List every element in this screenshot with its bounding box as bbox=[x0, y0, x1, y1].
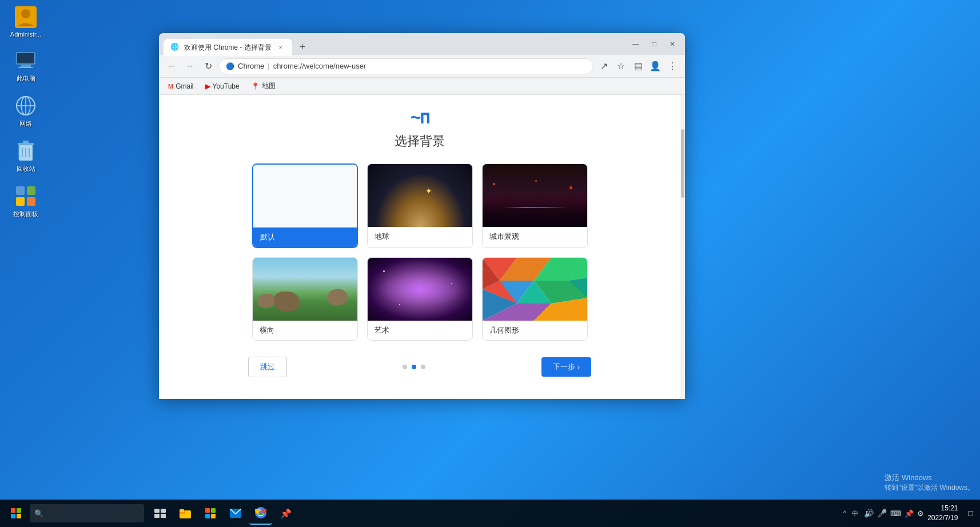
svg-rect-12 bbox=[23, 141, 29, 143]
dot-2 bbox=[412, 365, 416, 369]
taskbar-item-mail[interactable] bbox=[224, 502, 247, 525]
sidebar-button[interactable]: ▤ bbox=[630, 58, 646, 74]
bg-preview-city bbox=[483, 164, 588, 227]
desktop-icon-administrator[interactable]: Administr... bbox=[6, 6, 46, 38]
profile-button[interactable]: 👤 bbox=[647, 58, 663, 74]
chrome-close-button[interactable]: ✕ bbox=[664, 38, 680, 50]
taskbar-item-file-explorer[interactable] bbox=[174, 502, 197, 525]
svg-rect-42 bbox=[180, 509, 184, 512]
bg-preview-art bbox=[368, 258, 473, 321]
bookmark-gmail[interactable]: M Gmail bbox=[164, 81, 198, 91]
page-logo: ~ᴨ bbox=[411, 106, 429, 128]
control-panel-label: 控制面板 bbox=[13, 210, 38, 218]
chrome-new-tab-button[interactable]: + bbox=[294, 39, 310, 55]
network-icon bbox=[14, 94, 37, 117]
desktop-icon-network[interactable]: 网络 bbox=[6, 94, 46, 128]
taskbar-tray: ^ 中 🔊 🎤 ⌨ 📌 ⚙ 15:21 2022/7/19 □ bbox=[843, 504, 976, 523]
chrome-tab-close-button[interactable]: × bbox=[276, 43, 285, 52]
svg-rect-39 bbox=[161, 514, 166, 518]
taskbar-search[interactable]: 🔍 bbox=[30, 504, 144, 522]
chrome-titlebar: 🌐 欢迎使用 Chrome - 选择背景 × + — □ ✕ bbox=[159, 33, 685, 55]
desktop-icons: Administr... 此电脑 bbox=[6, 6, 46, 218]
site-security-icon: 🔵 bbox=[226, 62, 234, 70]
taskbar-item-pin[interactable]: 📌 bbox=[274, 502, 297, 525]
tray-mic-icon[interactable]: 🎤 bbox=[877, 509, 887, 518]
windows-activate-notice: 激活 Windows 转到"设置"以激活 Windows。 bbox=[885, 473, 974, 493]
toolbar-actions: ↗ ☆ ▤ 👤 ⋮ bbox=[596, 58, 680, 74]
bg-label-city: 城市景观 bbox=[483, 227, 587, 246]
administrator-icon bbox=[14, 6, 37, 29]
bg-card-earth[interactable]: 地球 bbox=[367, 163, 473, 248]
svg-rect-44 bbox=[211, 508, 216, 513]
dot-3 bbox=[421, 365, 425, 369]
gmail-label: Gmail bbox=[176, 82, 193, 90]
dot-1 bbox=[403, 365, 407, 369]
youtube-icon: ▶ bbox=[205, 82, 210, 90]
tray-ime-indicator[interactable]: 中 bbox=[850, 509, 861, 518]
desktop-icon-recycle-bin[interactable]: 回收站 bbox=[6, 139, 46, 173]
svg-rect-38 bbox=[154, 514, 160, 518]
taskbar-item-task-view[interactable] bbox=[149, 502, 172, 525]
svg-rect-17 bbox=[27, 186, 35, 195]
bookmark-youtube[interactable]: ▶ YouTube bbox=[201, 81, 244, 91]
tray-chevron[interactable]: ^ bbox=[843, 509, 847, 517]
desktop: Administr... 此电脑 bbox=[0, 0, 980, 527]
bg-card-art[interactable]: 艺术 bbox=[367, 257, 473, 341]
tray-settings-icon[interactable]: ⚙ bbox=[917, 509, 924, 518]
desktop-icon-control-panel[interactable]: 控制面板 bbox=[6, 185, 46, 218]
chrome-tab-title: 欢迎使用 Chrome - 选择背景 bbox=[184, 43, 272, 53]
control-panel-icon bbox=[14, 185, 37, 207]
bg-card-city[interactable]: 城市景观 bbox=[482, 163, 588, 248]
next-button[interactable]: 下一步 › bbox=[541, 357, 591, 377]
bg-card-geometry[interactable]: 几何图形 bbox=[482, 257, 588, 341]
reload-button[interactable]: ↻ bbox=[200, 58, 216, 74]
svg-rect-37 bbox=[161, 509, 166, 513]
taskbar-clock[interactable]: 15:21 2022/7/19 bbox=[927, 504, 958, 523]
address-bar[interactable]: 🔵 Chrome | chrome://welcome/new-user bbox=[218, 58, 593, 74]
svg-rect-4 bbox=[21, 65, 31, 67]
network-label: 网络 bbox=[19, 119, 32, 128]
chrome-toolbar: ← → ↻ 🔵 Chrome | chrome://welcome/new-us… bbox=[159, 55, 685, 78]
share-button[interactable]: ↗ bbox=[596, 58, 612, 74]
svg-rect-18 bbox=[16, 197, 25, 206]
tray-pin2-icon[interactable]: 📌 bbox=[905, 509, 914, 518]
svg-rect-5 bbox=[18, 67, 33, 68]
skip-button[interactable]: 跳过 bbox=[248, 357, 287, 377]
this-pc-icon bbox=[14, 49, 37, 72]
bookmark-button[interactable]: ☆ bbox=[613, 58, 629, 74]
start-button[interactable] bbox=[5, 502, 27, 525]
bookmarks-bar: M Gmail ▶ YouTube 📍 地图 bbox=[159, 78, 685, 95]
search-icon: 🔍 bbox=[34, 509, 43, 518]
address-separator: | bbox=[268, 62, 269, 70]
page-scrollbar[interactable] bbox=[680, 95, 685, 399]
scrollbar-thumb[interactable] bbox=[681, 129, 684, 198]
taskbar-item-store[interactable] bbox=[199, 502, 222, 525]
maps-icon: 📍 bbox=[251, 82, 260, 90]
activate-line2: 转到"设置"以激活 Windows。 bbox=[885, 483, 974, 493]
bookmark-maps[interactable]: 📍 地图 bbox=[246, 80, 280, 92]
menu-button[interactable]: ⋮ bbox=[664, 58, 680, 74]
bg-label-default: 默认 bbox=[253, 227, 357, 247]
chrome-minimize-button[interactable]: — bbox=[628, 38, 644, 50]
bg-card-landscape[interactable]: 横向 bbox=[252, 257, 358, 341]
back-button[interactable]: ← bbox=[164, 58, 180, 74]
notification-button[interactable]: □ bbox=[966, 509, 975, 518]
tray-keyboard-icon[interactable]: ⌨ bbox=[890, 509, 901, 518]
svg-rect-34 bbox=[11, 514, 15, 518]
recycle-bin-icon bbox=[14, 139, 37, 162]
chrome-maximize-button[interactable]: □ bbox=[646, 38, 662, 50]
recycle-bin-label: 回收站 bbox=[17, 165, 35, 173]
address-bar-url: chrome://welcome/new-user bbox=[273, 62, 366, 70]
svg-rect-3 bbox=[17, 53, 34, 63]
chrome-tab-active[interactable]: 🌐 欢迎使用 Chrome - 选择背景 × bbox=[164, 39, 292, 56]
desktop-icon-this-pc[interactable]: 此电脑 bbox=[6, 49, 46, 83]
taskbar-item-chrome[interactable] bbox=[249, 502, 272, 525]
forward-button[interactable]: → bbox=[182, 58, 198, 74]
bg-card-default[interactable]: 默认 bbox=[252, 163, 358, 248]
administrator-label: Administr... bbox=[10, 31, 41, 38]
page-footer: 跳过 下一步 › bbox=[242, 357, 597, 377]
background-grid: 默认 地球 bbox=[252, 163, 588, 341]
tray-speaker-icon[interactable]: 🔊 bbox=[864, 509, 874, 518]
bg-label-earth: 地球 bbox=[368, 227, 472, 246]
clock-time: 15:21 bbox=[927, 504, 958, 513]
